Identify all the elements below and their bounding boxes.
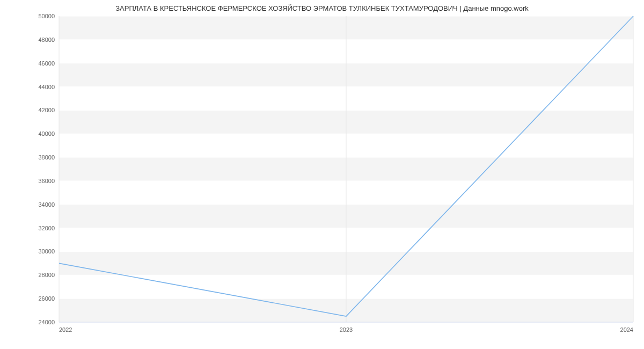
svg-text:48000: 48000 [38, 37, 55, 43]
y-tick: 28000 [38, 272, 55, 278]
y-tick: 50000 [38, 13, 55, 19]
chart-container: ЗАРПЛАТА В КРЕСТЬЯНСКОЕ ФЕРМЕРСКОЕ ХОЗЯЙ… [0, 0, 644, 349]
y-tick: 46000 [38, 60, 55, 67]
svg-text:42000: 42000 [38, 107, 55, 113]
y-tick: 38000 [38, 154, 55, 161]
svg-text:2024: 2024 [620, 326, 633, 333]
y-tick: 40000 [38, 130, 55, 137]
svg-text:46000: 46000 [38, 60, 55, 67]
svg-text:30000: 30000 [38, 248, 55, 255]
y-tick: 42000 [38, 107, 55, 113]
y-tick: 48000 [38, 37, 55, 43]
svg-text:2023: 2023 [340, 326, 353, 333]
svg-text:40000: 40000 [38, 130, 55, 137]
y-tick: 34000 [38, 201, 55, 208]
x-tick: 2024 [620, 326, 633, 333]
y-tick: 26000 [38, 295, 55, 302]
svg-text:32000: 32000 [38, 225, 55, 231]
svg-text:36000: 36000 [38, 178, 55, 184]
svg-text:38000: 38000 [38, 154, 55, 161]
svg-text:34000: 34000 [38, 201, 55, 208]
y-tick: 44000 [38, 84, 55, 90]
svg-text:28000: 28000 [38, 272, 55, 278]
y-tick: 32000 [38, 225, 55, 231]
svg-text:50000: 50000 [38, 13, 55, 19]
y-tick: 24000 [38, 319, 55, 325]
svg-text:24000: 24000 [38, 319, 55, 325]
x-tick: 2022 [59, 326, 72, 333]
x-tick: 2023 [340, 326, 353, 333]
line-chart: 2400026000280003000032000340003600038000… [0, 0, 644, 349]
y-tick: 30000 [38, 248, 55, 255]
y-tick: 36000 [38, 178, 55, 184]
svg-text:2022: 2022 [59, 326, 72, 333]
svg-text:44000: 44000 [38, 84, 55, 90]
svg-text:26000: 26000 [38, 295, 55, 302]
